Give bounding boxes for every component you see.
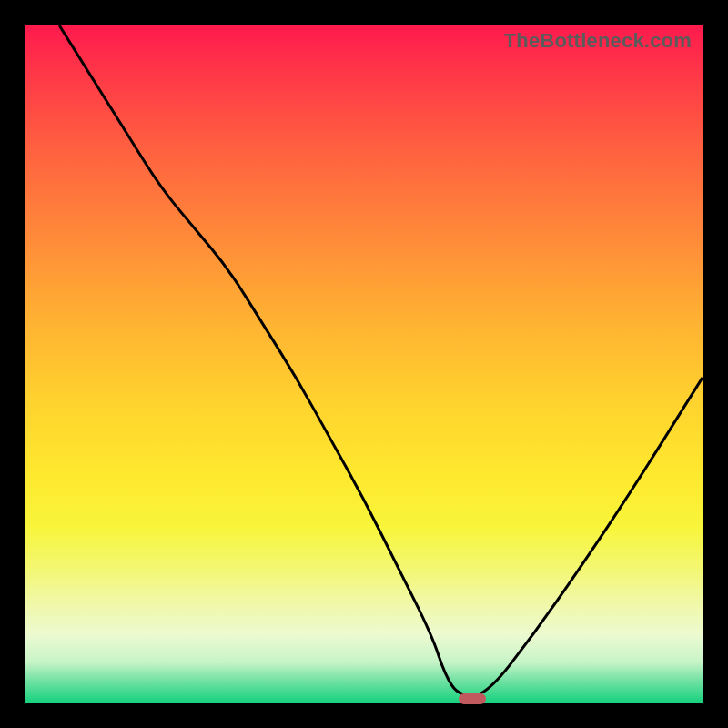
chart-frame: TheBottleneck.com [0, 0, 728, 728]
bottleneck-curve [25, 25, 703, 703]
curve-path [59, 25, 703, 696]
watermark-text: TheBottleneck.com [504, 29, 692, 53]
min-marker [459, 693, 486, 704]
plot-area: TheBottleneck.com [25, 25, 703, 703]
